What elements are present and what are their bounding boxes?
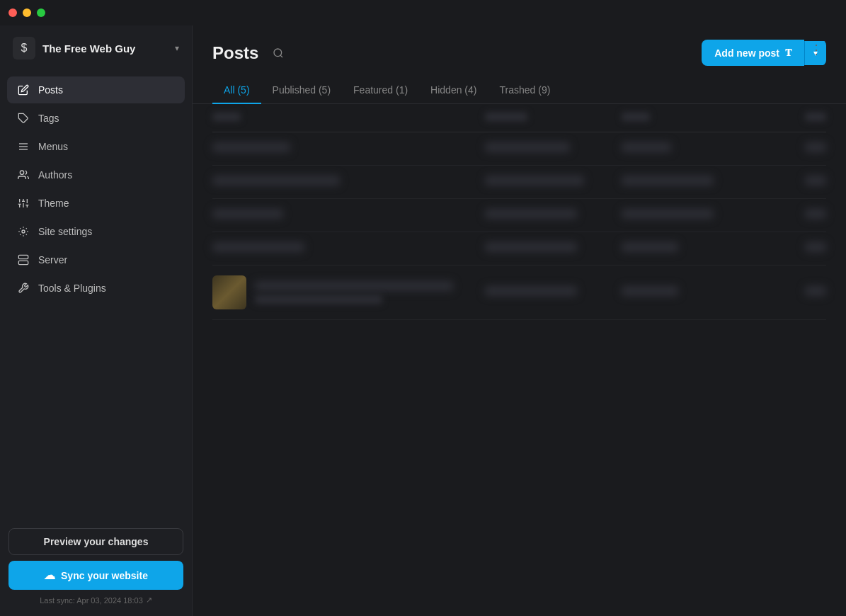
post-date-cell	[622, 142, 758, 155]
post-author-blur	[485, 176, 584, 186]
post-author-blur	[485, 242, 577, 252]
post-date-cell	[622, 242, 758, 255]
tab-hidden[interactable]: Hidden (4)	[419, 77, 488, 104]
theme-icon	[17, 197, 30, 210]
table-header	[212, 104, 826, 132]
last-sync-text: Last sync: Apr 03, 2024 18:03	[40, 596, 143, 605]
table-row[interactable]	[212, 232, 826, 266]
post-status-blur	[805, 209, 826, 219]
post-thumbnail	[212, 275, 246, 309]
tab-all[interactable]: All (5)	[212, 77, 261, 104]
posts-table	[212, 104, 826, 320]
post-title-cell	[212, 176, 485, 188]
header-status	[758, 113, 826, 123]
title-col-blur	[212, 113, 241, 121]
site-switcher[interactable]: $ The Free Web Guy ▾	[0, 25, 192, 71]
post-title-text-group	[255, 281, 453, 304]
sidebar-item-label-menus: Menus	[38, 141, 68, 152]
chevron-down-icon: ▾	[175, 43, 179, 53]
tools-plugins-icon	[17, 282, 30, 295]
post-title-blur	[212, 142, 290, 152]
sidebar-item-site-settings[interactable]: Site settings	[7, 218, 185, 245]
post-status-blur	[805, 176, 826, 186]
search-icon	[273, 47, 284, 59]
sidebar-nav: Posts Tags	[0, 71, 192, 520]
sidebar-item-posts[interactable]: Posts	[7, 76, 185, 103]
post-date-cell	[622, 209, 758, 222]
svg-rect-15	[18, 255, 28, 258]
sidebar-item-authors[interactable]: Authors	[7, 161, 185, 188]
post-title-cell	[212, 275, 485, 309]
main-header: Posts Add new post 𝐓 ▾ ⋮	[193, 25, 846, 77]
posts-tabs: All (5) Published (5) Featured (1) Hidde…	[193, 77, 846, 104]
more-options-button[interactable]: ⋮	[806, 40, 826, 59]
sidebar-item-tags[interactable]: Tags	[7, 105, 185, 132]
app-container: $ The Free Web Guy ▾ Posts	[0, 25, 846, 616]
sidebar-item-tools-plugins[interactable]: Tools & Plugins	[7, 275, 185, 302]
post-title-blur	[212, 242, 304, 252]
post-author-blur	[485, 286, 577, 296]
post-title-blur	[212, 209, 283, 219]
post-author-cell	[485, 176, 622, 188]
post-title-cell	[212, 242, 485, 255]
sync-website-button[interactable]: ☁ Sync your website	[8, 561, 183, 590]
post-author-blur	[485, 209, 577, 219]
post-status-blur	[805, 142, 826, 152]
sync-button-label: Sync your website	[61, 570, 148, 581]
last-sync-info: Last sync: Apr 03, 2024 18:03 ↗	[8, 595, 183, 605]
post-status-blur	[805, 242, 826, 252]
server-icon	[17, 253, 30, 266]
post-date-blur	[622, 242, 678, 252]
table-row[interactable]	[212, 166, 826, 199]
posts-list	[193, 104, 846, 616]
svg-rect-16	[18, 261, 28, 264]
post-author-cell	[485, 286, 622, 299]
status-col-blur	[805, 113, 826, 121]
sidebar-item-menus[interactable]: Menus	[7, 133, 185, 160]
header-author	[485, 113, 622, 123]
post-status-cell	[758, 286, 826, 299]
post-date-cell	[622, 176, 758, 188]
title-row: Posts	[212, 42, 290, 64]
post-status-blur	[805, 286, 826, 296]
svg-point-19	[274, 49, 282, 57]
sidebar-item-label-server: Server	[38, 254, 67, 266]
search-button[interactable]	[267, 42, 290, 64]
tab-trashed[interactable]: Trashed (9)	[488, 77, 561, 104]
post-status-cell	[758, 209, 826, 222]
preview-changes-button[interactable]: Preview your changes	[8, 528, 183, 555]
post-author-cell	[485, 242, 622, 255]
post-author-blur	[485, 142, 570, 152]
posts-icon	[17, 84, 30, 96]
tab-featured[interactable]: Featured (1)	[342, 77, 419, 104]
post-date-blur	[622, 286, 678, 296]
header-title	[212, 113, 485, 123]
close-button[interactable]	[8, 8, 17, 17]
table-row[interactable]	[212, 266, 826, 320]
sidebar-item-label-posts: Posts	[38, 84, 63, 96]
svg-point-14	[22, 230, 25, 233]
post-subtitle-blur	[255, 295, 382, 304]
sidebar-item-server[interactable]: Server	[7, 246, 185, 273]
menus-icon	[17, 140, 30, 153]
maximize-button[interactable]	[37, 8, 45, 17]
post-title-cell	[212, 142, 485, 155]
tags-icon	[17, 112, 30, 125]
post-date-blur	[622, 142, 671, 152]
post-title-blur	[255, 281, 453, 291]
table-row[interactable]	[212, 132, 826, 166]
authors-icon	[17, 169, 30, 181]
table-row[interactable]	[212, 199, 826, 232]
minimize-button[interactable]	[23, 8, 31, 17]
sidebar: $ The Free Web Guy ▾ Posts	[0, 25, 193, 616]
site-logo: $	[13, 37, 35, 59]
add-new-post-button[interactable]: Add new post 𝐓	[702, 40, 804, 66]
sidebar-item-label-tools-plugins: Tools & Plugins	[38, 283, 106, 294]
sidebar-item-label-site-settings: Site settings	[38, 226, 92, 237]
header-date	[622, 113, 758, 123]
post-author-cell	[485, 142, 622, 155]
post-status-cell	[758, 142, 826, 155]
sidebar-bottom: Preview your changes ☁ Sync your website…	[0, 520, 192, 616]
tab-published[interactable]: Published (5)	[261, 77, 343, 104]
sidebar-item-theme[interactable]: Theme	[7, 190, 185, 217]
